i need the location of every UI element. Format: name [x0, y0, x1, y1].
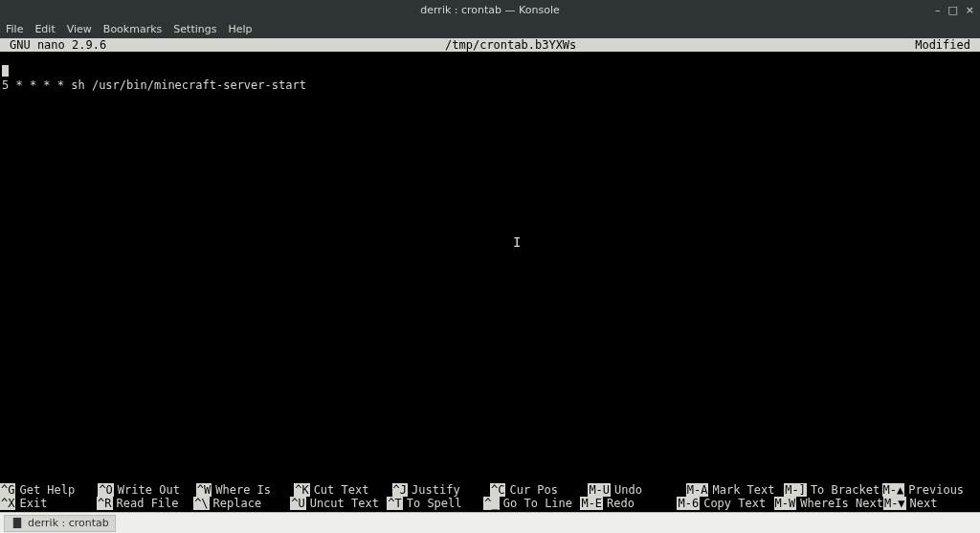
menu-bookmarks[interactable]: Bookmarks	[103, 23, 162, 35]
shortcut-key: ^O	[98, 483, 113, 497]
shortcut-r2-5: ^_Go To Line	[483, 497, 580, 510]
shortcut-key: M-U	[588, 483, 611, 497]
shortcut-label: Mark Text	[712, 483, 774, 497]
shortcut-r2-6: M-ERedo	[580, 497, 677, 510]
menu-file[interactable]: File	[6, 23, 23, 35]
shortcut-label: Write Out	[118, 483, 180, 497]
shortcut-key: M-6	[677, 497, 700, 510]
shortcut-label: Uncut Text	[310, 497, 379, 510]
shortcut-key: ^C	[490, 483, 505, 497]
menu-settings[interactable]: Settings	[173, 23, 216, 35]
shortcut-key: M-A	[686, 483, 709, 497]
shortcut-key: ^X	[0, 497, 15, 510]
shortcut-label: Replace	[213, 497, 262, 510]
nano-status: Modified	[915, 38, 976, 52]
shortcut-key: M-▲	[882, 483, 905, 497]
shortcut-key: M-W	[774, 497, 797, 510]
shortcut-label: Copy Text	[703, 497, 766, 510]
shortcut-r1-6: M-UUndo	[588, 483, 685, 497]
shortcut-r1-1: ^OWrite Out	[98, 483, 195, 497]
shortcut-r2-1: ^RRead File	[97, 497, 193, 510]
shortcut-r1-9: M-▲Previous	[882, 483, 980, 497]
nano-app-name: GNU nano 2.9.6	[4, 38, 106, 52]
nano-file-name: /tmp/crontab.b3YXWs	[445, 38, 576, 52]
shortcut-r1-7: M-AMark Text	[686, 483, 784, 497]
shortcut-label: Exit	[19, 497, 47, 510]
shortcut-r2-8: M-WWhereIs Next	[774, 497, 883, 510]
shortcut-r2-9: M-▼Next	[883, 497, 980, 510]
shortcut-r1-0: ^GGet Help	[0, 483, 98, 497]
menu-view[interactable]: View	[67, 23, 92, 35]
menubar: File Edit View Bookmarks Settings Help	[0, 19, 980, 38]
text-cursor-icon: I	[513, 235, 521, 249]
nano-header: GNU nano 2.9.6 /tmp/crontab.b3YXWs Modif…	[0, 38, 980, 52]
shortcut-r2-4: ^TTo Spell	[387, 497, 483, 510]
shortcut-label: Next	[910, 497, 938, 510]
shortcut-label: Cur Pos	[509, 483, 558, 497]
shortcut-r2-0: ^XExit	[0, 497, 97, 510]
taskbar-button-label: derrik : crontab	[28, 517, 109, 529]
shortcut-r1-2: ^WWhere Is	[196, 483, 294, 497]
shortcut-key: ^_	[483, 497, 499, 510]
shortcut-r1-5: ^CCur Pos	[490, 483, 588, 497]
shortcut-label: Redo	[607, 497, 635, 510]
shortcut-r1-3: ^KCut Text	[294, 483, 391, 497]
shortcut-key: ^T	[387, 497, 402, 510]
shortcut-r2-3: ^UUncut Text	[290, 497, 387, 510]
shortcut-key: M-E	[580, 497, 603, 510]
shortcut-label: WhereIs Next	[800, 497, 883, 510]
close-icon[interactable]: ×	[966, 4, 974, 16]
shortcut-label: Get Help	[19, 483, 75, 497]
shortcut-key: ^R	[97, 497, 112, 510]
shortcut-label: Where Is	[215, 483, 271, 497]
shortcut-key: ^J	[392, 483, 408, 497]
minimize-icon[interactable]: –	[935, 4, 941, 16]
titlebar: derrik : crontab — Konsole – □ ×	[0, 0, 980, 19]
taskbar: derrik : crontab	[0, 512, 980, 533]
shortcut-label: Previous	[908, 483, 964, 497]
shortcut-key: M-]	[784, 483, 807, 497]
window-controls: – □ ×	[935, 4, 974, 16]
shortcut-label: To Bracket	[811, 483, 880, 497]
editor-body[interactable]: 5 * * * * sh /usr/bin/minecraft-server-s…	[0, 52, 980, 483]
taskbar-button-konsole[interactable]: derrik : crontab	[4, 515, 116, 532]
menu-help[interactable]: Help	[228, 23, 252, 35]
shortcut-r2-2: ^\Replace	[193, 497, 290, 510]
shortcut-key: ^G	[0, 483, 15, 497]
shortcut-key: ^U	[290, 497, 305, 510]
terminal[interactable]: GNU nano 2.9.6 /tmp/crontab.b3YXWs Modif…	[0, 38, 980, 512]
nano-shortcuts: ^GGet Help^OWrite Out^WWhere Is^KCut Tex…	[0, 483, 980, 512]
shortcut-key: ^\	[193, 497, 209, 510]
shortcut-row-1: ^GGet Help^OWrite Out^WWhere Is^KCut Tex…	[0, 483, 980, 497]
shortcut-r2-7: M-6Copy Text	[677, 497, 773, 510]
shortcut-key: ^K	[294, 483, 309, 497]
shortcut-key: ^W	[196, 483, 212, 497]
terminal-icon	[11, 517, 24, 530]
shortcut-r1-8: M-]To Bracket	[784, 483, 881, 497]
shortcut-label: Go To Line	[503, 497, 572, 510]
editor-line-1: 5 * * * * sh /usr/bin/minecraft-server-s…	[2, 78, 978, 92]
shortcut-label: Read File	[117, 497, 179, 510]
shortcut-label: To Spell	[407, 497, 462, 510]
shortcut-r1-4: ^JJustify	[392, 483, 490, 497]
shortcut-key: M-▼	[883, 497, 906, 510]
shortcut-label: Justify	[412, 483, 460, 497]
shortcut-label: Undo	[614, 483, 642, 497]
shortcut-row-2: ^XExit^RRead File^\Replace^UUncut Text^T…	[0, 497, 980, 510]
maximize-icon[interactable]: □	[947, 4, 957, 16]
window-title: derrik : crontab — Konsole	[420, 4, 559, 16]
menu-edit[interactable]: Edit	[34, 23, 55, 35]
cursor-block-icon	[2, 65, 9, 77]
shortcut-label: Cut Text	[314, 483, 369, 497]
